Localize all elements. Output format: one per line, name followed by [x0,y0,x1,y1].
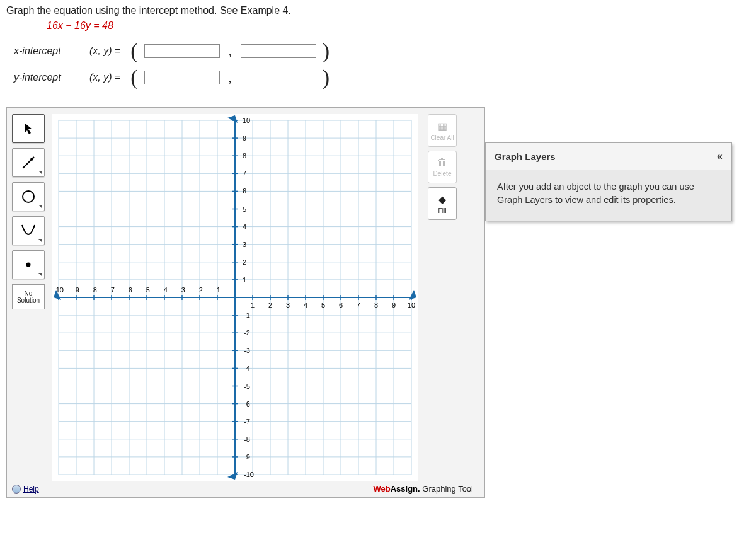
x-intercept-y-input[interactable] [241,44,316,58]
svg-text:8: 8 [374,301,378,309]
svg-text:10: 10 [408,301,415,309]
svg-text:-4: -4 [161,286,168,294]
y-intercept-y-input[interactable] [241,71,316,84]
question-equation: 16x − 16y = 48 [47,20,750,32]
svg-text:-9: -9 [244,453,250,461]
fill-label: Fill [438,207,447,214]
parabola-tool-button[interactable] [12,216,45,245]
trash-icon: 🗑 [437,157,447,168]
svg-text:3: 3 [286,301,290,309]
svg-text:-2: -2 [244,329,250,337]
coord-comma: , [229,44,232,59]
brand-web: Web [373,484,390,494]
open-paren: ( [130,40,137,62]
svg-text:-9: -9 [73,286,79,294]
svg-point-3 [26,263,31,267]
x-intercept-x-input[interactable] [144,44,220,58]
svg-text:-10: -10 [54,286,64,294]
graph-layers-panel: Graph Layers « After you add an object t… [485,142,732,221]
y-intercept-x-input[interactable] [144,71,220,84]
no-solution-button[interactable]: No Solution [12,284,45,309]
svg-text:10: 10 [243,117,250,124]
pointer-tool-button[interactable] [12,114,45,143]
svg-text:2: 2 [243,258,246,266]
graphing-tool: No Solution Help -10-9-8-7-6-5-4-3-2-112… [6,107,485,498]
svg-text:7: 7 [243,170,246,177]
svg-text:4: 4 [243,223,246,231]
svg-text:-10: -10 [244,471,254,478]
action-buttons: ▦ Clear All 🗑 Delete ◆ Fill [423,114,462,494]
svg-text:3: 3 [243,241,246,248]
line-icon [20,154,37,171]
svg-text:5: 5 [243,205,246,213]
svg-marker-51 [227,472,238,480]
svg-text:2: 2 [268,301,272,309]
svg-text:5: 5 [321,301,325,309]
clear-all-button[interactable]: ▦ Clear All [428,114,457,147]
brand-assign: Assign. [391,484,420,494]
grid-icon: ▦ [438,120,447,132]
clear-all-label: Clear All [430,134,454,141]
x-intercept-label: x-intercept [14,45,83,57]
collapse-icon[interactable]: « [717,151,723,162]
open-paren: ( [130,67,137,88]
circle-tool-button[interactable] [12,182,45,211]
close-paren: ) [323,40,329,62]
graph-layers-header: Graph Layers « [486,143,731,170]
svg-text:-2: -2 [197,286,203,294]
pointer-icon [23,122,34,136]
svg-text:1: 1 [243,276,246,284]
delete-label: Delete [433,170,452,177]
svg-marker-50 [227,115,238,123]
y-intercept-label: y-intercept [14,72,83,83]
svg-text:-4: -4 [244,364,250,372]
svg-text:-7: -7 [244,418,250,425]
svg-text:-6: -6 [244,400,250,408]
svg-text:9: 9 [243,134,246,142]
svg-text:-1: -1 [244,311,250,319]
circle-icon [20,188,37,205]
point-tool-button[interactable] [12,250,45,279]
fill-button[interactable]: ◆ Fill [428,187,457,220]
close-paren: ) [323,67,329,88]
graph-canvas[interactable]: -10-9-8-7-6-5-4-3-2-112345678910-10-9-8-… [52,114,418,481]
svg-text:8: 8 [243,152,246,159]
svg-text:-3: -3 [179,286,185,294]
svg-text:-3: -3 [244,347,250,354]
svg-text:-5: -5 [144,286,150,294]
svg-text:-8: -8 [244,436,250,443]
xy-equals: (x, y) = [89,45,120,57]
graph-layers-body: After you add an object to the graph you… [486,170,731,221]
svg-marker-48 [409,290,416,300]
svg-text:4: 4 [304,301,307,309]
brand-tool: Graphing Tool [420,484,473,494]
help-link[interactable]: Help [12,485,49,494]
xy-equals: (x, y) = [89,72,120,83]
svg-text:6: 6 [243,187,246,195]
svg-text:-5: -5 [244,383,250,390]
svg-text:6: 6 [339,301,343,309]
parabola-icon [20,222,37,239]
y-intercept-row: y-intercept (x, y) = ( , ) [14,67,742,88]
delete-button[interactable]: 🗑 Delete [428,151,457,183]
svg-text:-8: -8 [91,286,97,294]
coord-comma: , [229,71,232,85]
coordinate-grid: -10-9-8-7-6-5-4-3-2-112345678910-10-9-8-… [52,114,418,481]
svg-point-2 [23,191,34,202]
branding: WebAssign. Graphing Tool [373,484,473,494]
svg-text:9: 9 [392,301,396,309]
question-prompt: Graph the equation using the intercept m… [6,5,750,16]
graph-layers-title: Graph Layers [495,151,556,162]
point-icon [22,258,35,271]
svg-text:-6: -6 [126,286,132,294]
svg-text:-1: -1 [214,286,220,294]
svg-text:-7: -7 [108,286,115,294]
x-intercept-row: x-intercept (x, y) = ( , ) [14,40,742,62]
svg-text:7: 7 [357,301,360,309]
line-tool-button[interactable] [12,148,45,177]
fill-icon: ◆ [438,193,446,205]
svg-text:1: 1 [251,301,255,309]
tool-palette: No Solution Help [12,114,49,494]
